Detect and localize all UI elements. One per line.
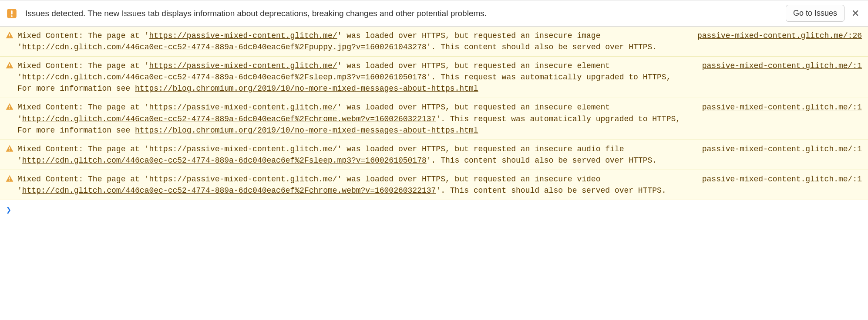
svg-rect-12 [9,180,10,181]
console-prompt[interactable]: ❯ [0,200,868,219]
warning-source-link[interactable]: passive-mixed-content.glitch.me/:1 [702,60,862,71]
warning-triangle-icon [5,174,14,187]
warning-message-link[interactable]: https://passive-mixed-content.glitch.me/ [149,61,337,70]
warning-message-text: '. This content should also be served ov… [427,43,657,51]
svg-rect-3 [9,34,10,36]
warning-message-text: Mixed Content: The page at ' [17,31,149,40]
warning-triangle-icon [5,61,14,73]
warning-message-link[interactable]: http://cdn.glitch.com/446ca0ec-cc52-4774… [22,186,436,195]
issues-banner-text: Issues detected. The new Issues tab disp… [25,9,786,18]
svg-rect-10 [9,150,10,151]
warning-message-text: Mixed Content: The page at ' [17,145,149,153]
svg-rect-4 [9,37,10,37]
warning-message-link[interactable]: https://passive-mixed-content.glitch.me/ [149,145,337,153]
svg-rect-2 [11,15,12,17]
console-messages: Mixed Content: The page at 'https://pass… [0,27,868,200]
warning-message-link[interactable]: http://cdn.glitch.com/446ca0ec-cc52-4774… [22,115,436,123]
warning-message-body: Mixed Content: The page at 'https://pass… [17,174,690,196]
warning-message-link[interactable]: http://cdn.glitch.com/446ca0ec-cc52-4774… [22,43,427,51]
warning-triangle-icon [5,102,14,115]
warning-source-link[interactable]: passive-mixed-content.glitch.me/:1 [702,174,862,185]
issues-banner: Issues detected. The new Issues tab disp… [0,0,868,27]
warning-message-text: Mixed Content: The page at ' [17,175,149,184]
console-warning-row: Mixed Content: The page at 'https://pass… [0,170,868,200]
close-banner-button[interactable]: ✕ [849,9,862,18]
warning-message-link[interactable]: http://cdn.glitch.com/446ca0ec-cc52-4774… [22,73,427,82]
warning-message-text: Mixed Content: The page at ' [17,103,149,112]
svg-rect-1 [11,10,12,14]
warning-message-body: Mixed Content: The page at 'https://pass… [17,143,690,166]
console-warning-row: Mixed Content: The page at 'https://pass… [0,98,868,140]
svg-rect-7 [9,106,10,108]
warning-source-link[interactable]: passive-mixed-content.glitch.me/:1 [702,143,862,155]
warning-source-link[interactable]: passive-mixed-content.glitch.me/:26 [697,30,862,41]
warning-triangle-icon [5,31,14,43]
warning-message-link[interactable]: https://blog.chromium.org/2019/10/no-mor… [135,84,478,93]
warning-message-text: '. This content should also be served ov… [427,156,657,165]
warning-message-text: '. This content should also be served ov… [436,186,666,195]
console-warning-row: Mixed Content: The page at 'https://pass… [0,140,868,170]
console-warning-row: Mixed Content: The page at 'https://pass… [0,27,868,57]
warning-message-body: Mixed Content: The page at 'https://pass… [17,102,690,136]
svg-rect-11 [9,177,10,180]
svg-rect-5 [9,64,10,66]
svg-rect-8 [9,108,10,109]
warning-triangle-icon [5,144,14,157]
svg-rect-6 [9,67,10,68]
console-warning-row: Mixed Content: The page at 'https://pass… [0,57,868,98]
go-to-issues-button[interactable]: Go to Issues [786,5,844,22]
console-panel: Issues detected. The new Issues tab disp… [0,0,868,219]
warning-message-link[interactable]: https://passive-mixed-content.glitch.me/ [149,31,337,40]
warning-message-body: Mixed Content: The page at 'https://pass… [17,30,685,53]
warning-message-link[interactable]: https://passive-mixed-content.glitch.me/ [149,103,337,112]
warning-message-body: Mixed Content: The page at 'https://pass… [17,60,690,94]
warning-message-link[interactable]: https://blog.chromium.org/2019/10/no-mor… [135,126,478,135]
warning-message-link[interactable]: https://passive-mixed-content.glitch.me/ [149,175,337,184]
warning-message-link[interactable]: http://cdn.glitch.com/446ca0ec-cc52-4774… [22,156,427,165]
prompt-chevron-icon: ❯ [6,204,11,215]
svg-rect-9 [9,147,10,149]
issues-badge-icon [6,8,17,19]
warning-source-link[interactable]: passive-mixed-content.glitch.me/:1 [702,102,862,113]
warning-message-text: Mixed Content: The page at ' [17,61,149,70]
